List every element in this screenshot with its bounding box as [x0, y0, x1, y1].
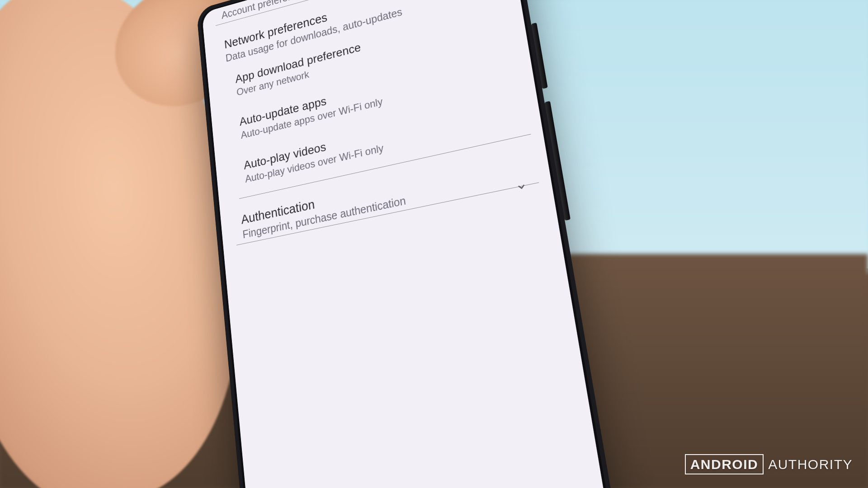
phone-body: General Account preferences, notificatio…	[196, 0, 619, 488]
watermark: ANDROID AUTHORITY	[685, 454, 853, 474]
watermark-sub: AUTHORITY	[768, 457, 853, 472]
phone-screen: General Account preferences, notificatio…	[202, 0, 610, 488]
settings-list: General Account preferences, notificatio…	[212, 0, 539, 245]
chevron-down-icon	[515, 180, 528, 193]
scene: General Account preferences, notificatio…	[0, 0, 868, 488]
watermark-brand: ANDROID	[685, 454, 764, 474]
